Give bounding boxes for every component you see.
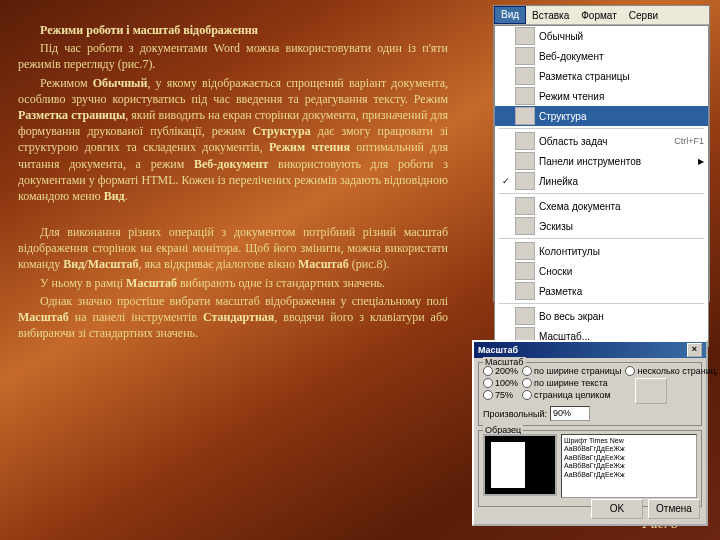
paragraph-3: Для виконання різних операцій з документ… [18,224,448,273]
cancel-button[interactable]: Отмена [648,499,700,519]
menu-item-icon [515,87,535,105]
menu-item[interactable]: Колонтитулы [495,241,708,261]
paragraph-1: Під час роботи з документами Word можна … [18,40,448,72]
menu-item[interactable]: Режим чтения [495,86,708,106]
close-icon[interactable]: × [687,343,702,357]
multi-page-picker[interactable] [635,378,667,404]
menu-item[interactable]: Во весь экран [495,306,708,326]
menu-item[interactable]: Разметка страницы [495,66,708,86]
ok-button[interactable]: OK [591,499,643,519]
menu-item-icon [515,217,535,235]
custom-zoom-label: Произвольный: [483,409,547,419]
menu-bar-vid[interactable]: Вид [494,6,526,24]
menu-bar: Вид Вставка Формат Серви [494,6,709,25]
menu-item[interactable]: Эскизы [495,216,708,236]
font-preview: Шрифт Times New АаВбВвГгДдЕеЖж АаВбВвГгД… [561,434,697,498]
menu-item-icon [515,282,535,300]
menu-item[interactable]: Веб-документ [495,46,708,66]
menu-bar-item[interactable]: Формат [575,10,623,21]
paragraph-2: Режимом Обычный, у якому відображається … [18,75,448,205]
paragraph-5: Однак значно простіше вибрати масштаб ві… [18,293,448,342]
menu-item-icon [515,152,535,170]
custom-zoom-input[interactable]: 90% [550,406,590,421]
menu-item-icon [515,197,535,215]
zoom-radio[interactable]: страница целиком [522,390,621,400]
dialog-title: Масштаб [478,345,518,355]
menu-item-icon [515,47,535,65]
zoom-radio[interactable]: 75% [483,390,518,400]
menu-item[interactable]: Панели инструментов▶ [495,151,708,171]
menu-item-icon [515,172,535,190]
menu-item[interactable]: Структура [495,106,708,126]
menu-bar-item[interactable]: Серви [623,10,664,21]
menu-item[interactable]: Область задачCtrl+F1 [495,131,708,151]
menu-item-icon [515,107,535,125]
monitor-preview [483,434,557,496]
paragraph-4: У ньому в рамці Масштаб вибирають одне і… [18,275,448,291]
view-menu-screenshot: Вид Вставка Формат Серви ОбычныйВеб-доку… [493,5,710,302]
menu-item-icon [515,27,535,45]
dialog-title-bar: Масштаб × [474,342,706,358]
menu-item-icon [515,242,535,260]
menu-item-icon [515,307,535,325]
menu-item-icon [515,67,535,85]
menu-item[interactable]: Сноски [495,261,708,281]
menu-dropdown: ОбычныйВеб-документРазметка страницыРежи… [494,25,709,347]
menu-item[interactable]: ✓Линейка [495,171,708,191]
zoom-radio[interactable]: по ширине текста [522,378,621,388]
menu-item[interactable]: Разметка [495,281,708,301]
menu-item-icon [515,132,535,150]
zoom-radio[interactable]: 100% [483,378,518,388]
menu-bar-item[interactable]: Вставка [526,10,575,21]
zoom-radio[interactable]: по ширине страницы [522,366,621,376]
radio-multi-pages[interactable]: несколько страниц: [625,366,718,376]
menu-item[interactable]: Схема документа [495,196,708,216]
zoom-radio[interactable]: 200% [483,366,518,376]
menu-item[interactable]: Обычный [495,26,708,46]
heading: Режими роботи і масштаб відображення [18,22,448,38]
zoom-dialog: Масштаб × Масштаб 200%100%75% по ширине … [472,340,708,526]
menu-item-icon [515,262,535,280]
